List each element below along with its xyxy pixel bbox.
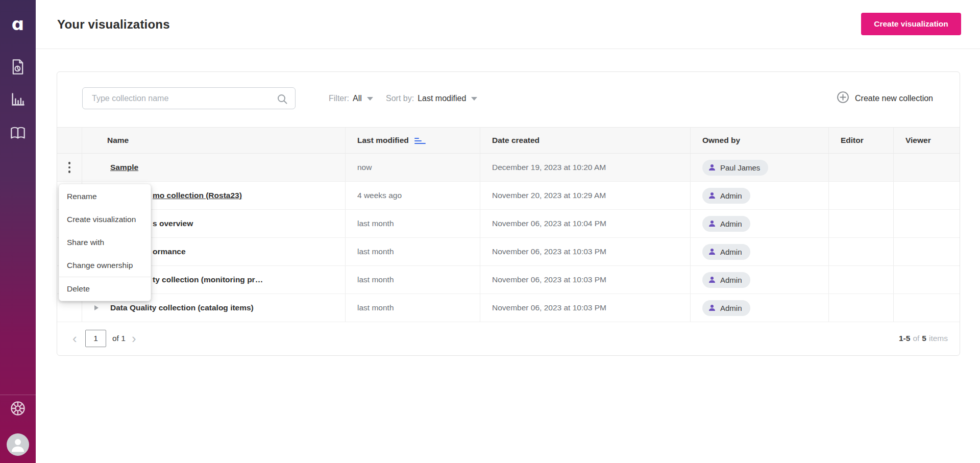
last-modified-cell: last month	[346, 266, 480, 294]
header-editor[interactable]: Editor	[829, 128, 894, 153]
menu-item-rename[interactable]: Rename	[59, 185, 151, 208]
person-icon	[707, 303, 717, 312]
top-bar: Your visualizations	[36, 0, 980, 49]
row-kebab-menu-icon[interactable]	[65, 159, 74, 176]
previous-page-icon[interactable]: ‹	[72, 332, 77, 345]
sidebar-divider	[0, 395, 36, 395]
report-icon	[11, 59, 25, 75]
sidebar-item-hub[interactable]	[0, 400, 36, 417]
create-new-collection-label: Create new collection	[855, 94, 933, 103]
menu-item-create-visualization[interactable]: Create visualization	[59, 208, 151, 231]
date-created-cell: November 06, 2023 at 10:03 PM	[480, 294, 691, 322]
table-header-row: Name Last modified Date created Owned by…	[57, 127, 960, 154]
create-visualization-button[interactable]: Create visualization	[861, 13, 961, 35]
viewer-cell	[894, 210, 960, 237]
sidebar-item-profile[interactable]	[0, 433, 36, 456]
sort-dropdown[interactable]: Sort by: Last modified	[386, 87, 477, 109]
table-row: s overview last month November 06, 2023 …	[57, 210, 960, 238]
last-modified-cell: now	[346, 154, 480, 181]
date-created-cell: November 06, 2023 at 10:03 PM	[480, 238, 691, 265]
owned-by-cell: Admin	[691, 210, 829, 237]
plus-circle-icon	[837, 91, 849, 106]
header-owned-by[interactable]: Owned by	[691, 128, 829, 153]
search-input[interactable]	[83, 88, 295, 109]
collection-name-link[interactable]: Sample	[82, 154, 346, 181]
owner-pill: Admin	[702, 300, 750, 316]
editor-cell	[829, 210, 894, 237]
pagination-bar: ‹ of 1 › 1-5 of 5 items	[57, 322, 960, 355]
items-range: 1-5	[899, 334, 910, 343]
person-icon	[707, 275, 717, 284]
owner-pill: Paul James	[702, 160, 768, 176]
editor-cell	[829, 238, 894, 265]
owned-by-cell: Admin	[691, 294, 829, 322]
owned-by-cell: Admin	[691, 182, 829, 209]
header-cell-actions	[57, 128, 82, 153]
collections-table: Name Last modified Date created Owned by…	[57, 127, 960, 322]
last-modified-cell: last month	[346, 238, 480, 265]
items-total: 5	[922, 334, 926, 343]
bar-chart-icon	[10, 92, 26, 107]
editor-cell	[829, 154, 894, 181]
owned-by-cell: Paul James	[691, 154, 829, 181]
viewer-cell	[894, 266, 960, 294]
collection-search	[82, 87, 296, 109]
page-title: Your visualizations	[57, 0, 170, 49]
user-avatar	[7, 433, 29, 456]
next-page-icon[interactable]: ›	[132, 332, 136, 345]
owner-pill: Admin	[702, 216, 750, 232]
person-icon	[707, 191, 717, 200]
person-icon	[707, 219, 717, 228]
search-icon	[277, 93, 288, 107]
sort-descending-icon	[414, 138, 426, 144]
sort-label: Sort by:	[386, 94, 414, 103]
header-date-created[interactable]: Date created	[480, 128, 691, 153]
person-icon	[707, 247, 717, 256]
owned-by-cell: Admin	[691, 238, 829, 265]
sidebar-item-reports[interactable]	[0, 59, 36, 75]
menu-item-delete[interactable]: Delete	[59, 277, 151, 300]
last-modified-cell: 4 weeks ago	[346, 182, 480, 209]
viewer-cell	[894, 238, 960, 265]
row-context-menu: Rename Create visualization Share with C…	[59, 184, 151, 301]
expand-row-icon[interactable]	[94, 305, 99, 310]
wheel-icon	[10, 400, 26, 417]
page-number-input[interactable]	[85, 330, 106, 347]
sidebar-item-glossary[interactable]	[0, 127, 36, 140]
header-name[interactable]: Name	[82, 128, 346, 153]
chevron-down-icon	[471, 97, 477, 101]
menu-item-share-with[interactable]: Share with	[59, 231, 151, 254]
table-row: Sample now December 19, 2023 at 10:20 AM…	[57, 154, 960, 182]
date-created-cell: November 06, 2023 at 10:04 PM	[480, 210, 691, 237]
items-count: 1-5 of 5 items	[899, 322, 948, 355]
last-modified-cell: last month	[346, 294, 480, 322]
filter-dropdown[interactable]: Filter: All	[329, 87, 373, 109]
viewer-cell	[894, 154, 960, 181]
viewer-cell	[894, 294, 960, 322]
viewer-cell	[894, 182, 960, 209]
editor-cell	[829, 294, 894, 322]
owner-pill: Admin	[702, 188, 750, 204]
date-created-cell: December 19, 2023 at 10:20 AM	[480, 154, 691, 181]
menu-item-change-ownership[interactable]: Change ownership	[59, 254, 151, 277]
create-new-collection-button[interactable]: Create new collection	[837, 87, 933, 109]
owner-pill: Admin	[702, 244, 750, 260]
sidebar-item-visualizations[interactable]	[0, 92, 36, 107]
table-row: ty collection (monitoring pr… last month…	[57, 266, 960, 294]
header-viewer[interactable]: Viewer	[894, 128, 960, 153]
sidebar: ɑ	[0, 0, 36, 463]
date-created-cell: November 06, 2023 at 10:03 PM	[480, 266, 691, 294]
table-row: Data Quality collection (catalog items) …	[57, 294, 960, 322]
table-row: ormance last month November 06, 2023 at …	[57, 238, 960, 266]
header-last-modified[interactable]: Last modified	[346, 128, 480, 153]
person-icon	[707, 163, 717, 172]
page-of-label: of 1	[112, 322, 126, 355]
filter-label: Filter:	[329, 94, 349, 103]
filter-value: All	[353, 94, 362, 103]
app-logo[interactable]: ɑ	[0, 12, 36, 36]
date-created-cell: November 20, 2023 at 10:29 AM	[480, 182, 691, 209]
book-icon	[10, 127, 26, 140]
owned-by-cell: Admin	[691, 266, 829, 294]
last-modified-cell: last month	[346, 210, 480, 237]
owner-pill: Admin	[702, 272, 750, 288]
